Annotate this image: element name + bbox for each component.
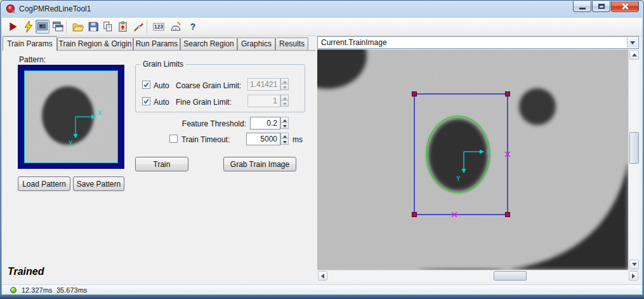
vertical-scrollbar[interactable] [628,50,639,270]
protractor-icon [170,21,181,32]
window-title: CogPMRedLineTool1 [19,4,91,13]
train-timeout-checkbox[interactable] [169,135,178,143]
scroll-right-button[interactable] [629,271,638,281]
scroll-down-button[interactable] [629,260,639,269]
train-timeout-spinner[interactable] [280,133,289,145]
minimize-button[interactable] [573,1,591,12]
train-image-display[interactable]: X Y [317,50,628,270]
total-time: 35.673ms [56,286,87,294]
run-icon [8,21,19,32]
open-file-button[interactable] [71,20,85,34]
image-source-dropdown[interactable]: Current.TrainImage [317,36,639,49]
train-region-handle-br[interactable] [506,213,510,217]
check-icon [143,81,150,88]
horizontal-scrollbar[interactable] [317,270,639,281]
tab-graphics[interactable]: Graphics [237,37,275,50]
status-led [10,287,16,293]
train-region-handle-tr[interactable] [506,92,510,96]
load-pattern-button[interactable]: Load Pattern [18,176,70,191]
toolbar-separator [147,20,147,33]
train-button[interactable]: Train [135,157,188,171]
display-toggle-icon [37,21,48,32]
trigger-icon [23,21,34,32]
chevron-left-icon [321,274,324,279]
numbers-label: 123 [154,23,163,30]
tab-train-region-origin[interactable]: Train Region & Origin [57,37,133,50]
measure-button[interactable] [169,20,183,34]
image-source-value: Current.TrainImage [321,38,387,47]
auto-coarse-checkbox[interactable] [142,81,150,89]
grain-limits-title: Grain Limits [140,60,186,69]
fine-grain-limit-spinner [280,95,289,107]
pattern-x-axis-label: X [98,109,102,116]
x-axis-label: X [486,149,490,156]
pattern-image: X Y [18,65,124,169]
train-region-handle-tl[interactable] [412,92,417,96]
y-axis-label: Y [456,175,461,182]
window-bottom-border [0,295,644,299]
import-button[interactable] [116,20,130,34]
dropdown-button[interactable] [627,37,638,48]
maximize-icon [598,4,605,9]
pattern-image-border: X Y [24,70,118,163]
scroll-up-button[interactable] [629,50,639,60]
save-pattern-button[interactable]: Save Pattern [73,176,124,191]
fine-grain-limit-label: Fine Grain Limit: [176,98,232,107]
feature-threshold-label: Feature Threshold: [159,119,246,128]
grab-train-image-button[interactable]: Grab Train Image [223,157,296,171]
status-bar: 12.327ms 35.673ms [2,284,642,295]
save-file-button[interactable] [86,20,100,34]
auto-fine-checkbox[interactable] [142,97,150,105]
app-icon [6,4,16,14]
chevron-right-icon [632,274,635,279]
tab-run-params[interactable]: Run Params [133,37,180,50]
pattern-label: Pattern: [19,55,46,64]
train-timeout-input[interactable]: 5000 [246,133,280,145]
maximize-button[interactable] [592,1,610,12]
popup-window-icon [52,21,63,32]
run-button[interactable] [6,20,20,34]
coarse-grain-limit-spinner [280,78,289,91]
help-button[interactable]: ? [186,20,200,34]
horizontal-scroll-thumb[interactable] [494,271,527,281]
popup-window-button[interactable] [51,20,65,34]
close-icon [621,3,629,11]
tab-search-region[interactable]: Search Region [180,37,237,50]
chevron-down-icon [632,263,637,266]
copy-button[interactable] [101,20,115,34]
numeric-results-button[interactable]: 123 [152,20,166,34]
feature-threshold-input[interactable]: 0.2 [250,117,280,130]
train-timeout-unit: ms [292,135,303,144]
close-button[interactable] [611,1,639,12]
graphics-brush-button[interactable] [131,20,145,34]
feature-threshold-spinner[interactable] [280,117,289,130]
import-clipboard-icon [117,21,129,32]
tab-train-params[interactable]: Train Params [3,36,57,51]
auto-fine-label: Auto [154,98,169,107]
scroll-left-button[interactable] [318,271,327,281]
toolbar-separator [66,20,67,33]
train-region-handle-bl[interactable] [412,213,417,217]
coarse-grain-limit-input: 1.41421 [247,78,280,91]
numbers-icon: 123 [153,21,164,32]
fine-grain-limit-input: 1 [247,95,280,107]
trigger-button[interactable] [22,20,36,34]
open-folder-icon [72,21,84,32]
vertical-scroll-thumb[interactable] [629,132,639,164]
save-floppy-icon [88,21,99,32]
pattern-image-canvas: X Y [25,71,117,163]
tab-results[interactable]: Results [275,37,308,50]
question-icon: ? [190,22,196,32]
display-toggle-button[interactable] [36,20,49,34]
chevron-up-icon [632,53,637,56]
pattern-y-axis-label: Y [69,140,73,147]
trained-status: Trained [8,266,44,277]
brush-icon [133,21,144,32]
copy-pages-icon [102,21,114,32]
process-time: 12.327ms [22,286,52,294]
auto-coarse-label: Auto [154,81,169,90]
coarse-grain-limit-label: Coarse Grain Limit: [176,81,241,90]
train-timeout-label: Train Timeout: [181,135,230,144]
window: CogPMRedLineTool1 [0,0,644,299]
check-icon [143,98,150,105]
